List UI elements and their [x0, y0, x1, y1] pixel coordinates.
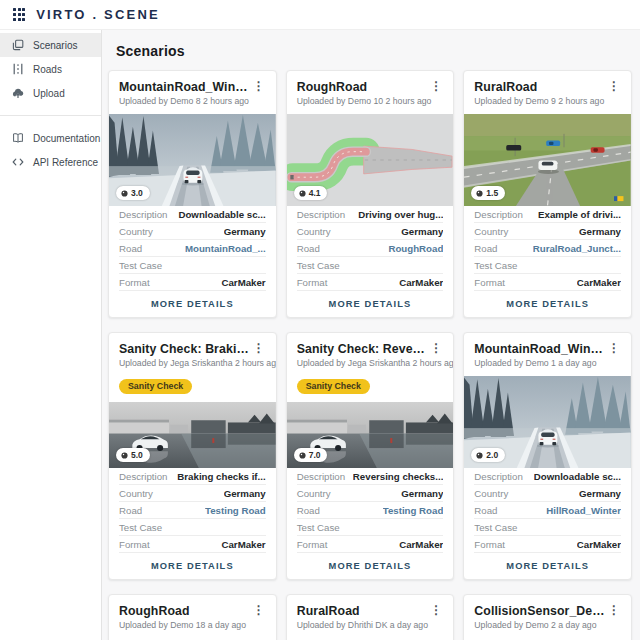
more-details-button[interactable]: MORE DETAILS	[109, 553, 276, 579]
field-label: Country	[297, 488, 331, 499]
brand-logo[interactable]: VIRTO . SCENE	[36, 7, 160, 22]
card-fields: Description Driving over hug... Country …	[287, 206, 454, 291]
version-badge-value: 4.1	[309, 188, 321, 198]
chip-row: Sanity Check	[287, 368, 454, 394]
scenario-card: RoughRoad ⋮ Uploaded by Demo 18 a day ag…	[108, 594, 277, 640]
field-label: Test Case	[474, 522, 517, 533]
field-value: CarMaker	[399, 539, 443, 550]
card-field-row: Road Testing Road	[119, 502, 266, 519]
more-options-icon[interactable]: ⋮	[250, 342, 268, 354]
card-fields: Description Example of drivi... Country …	[464, 206, 631, 291]
field-label: Country	[474, 488, 508, 499]
sidebar-item-api-reference[interactable]: API Reference	[0, 150, 101, 174]
field-label: Country	[119, 488, 153, 499]
card-uploaded: Uploaded by Demo 18 a day ago	[109, 618, 276, 630]
field-value[interactable]: RoughRoad	[388, 243, 443, 254]
card-field-row: Description Braking checks if...	[119, 468, 266, 485]
field-value: CarMaker	[577, 539, 621, 550]
sidebar-item-roads[interactable]: Roads	[0, 57, 101, 81]
more-details-button[interactable]: MORE DETAILS	[287, 291, 454, 317]
card-field-row: Country Germany	[474, 223, 621, 240]
version-tag-icon	[121, 190, 128, 197]
more-options-icon[interactable]: ⋮	[605, 342, 623, 354]
field-label: Road	[297, 505, 320, 516]
apps-grid-icon[interactable]	[13, 8, 25, 20]
version-badge-value: 7.0	[309, 450, 321, 460]
field-label: Road	[119, 243, 142, 254]
field-value: Germany	[224, 226, 266, 237]
page-title: Scenarios	[116, 43, 632, 59]
field-value: CarMaker	[399, 277, 443, 288]
sidebar-primary-group: Scenarios Roads Upload	[0, 33, 101, 105]
field-label: Description	[474, 209, 522, 220]
more-options-icon[interactable]: ⋮	[250, 604, 268, 616]
sidebar-divider	[0, 115, 101, 116]
field-value: Example of drivi...	[538, 209, 621, 220]
more-details-button[interactable]: MORE DETAILS	[464, 553, 631, 579]
field-label: Country	[474, 226, 508, 237]
more-options-icon[interactable]: ⋮	[605, 604, 623, 616]
card-fields: Description Downloadable sc... Country G…	[109, 206, 276, 291]
more-options-icon[interactable]: ⋮	[427, 342, 445, 354]
card-field-row: Test Case	[297, 519, 444, 536]
version-badge: 1.5	[471, 186, 505, 200]
more-options-icon[interactable]: ⋮	[605, 80, 623, 92]
scenario-card: MountainRoad_Winter ⋮ Uploaded by Demo 1…	[463, 332, 632, 580]
more-options-icon[interactable]: ⋮	[427, 604, 445, 616]
sidebar-secondary-group: Documentation API Reference	[0, 126, 101, 174]
field-value[interactable]: MountainRoad_...	[185, 243, 266, 254]
field-value[interactable]: RuralRoad_Junct...	[533, 243, 621, 254]
version-tag-icon	[299, 452, 306, 459]
field-label: Test Case	[119, 522, 162, 533]
field-label: Description	[119, 471, 167, 482]
version-badge-value: 2.0	[486, 450, 498, 460]
card-title: MountainRoad_Winter	[119, 80, 250, 94]
card-field-row: Description Example of drivi...	[474, 206, 621, 223]
version-tag-icon	[476, 190, 483, 197]
field-label: Description	[297, 209, 345, 220]
field-label: Test Case	[297, 522, 340, 533]
more-options-icon[interactable]: ⋮	[250, 80, 268, 92]
field-value[interactable]: HillRoad_Winter	[546, 505, 621, 516]
card-field-row: Description Downloadable sc...	[474, 468, 621, 485]
field-value: Germany	[579, 488, 621, 499]
card-uploaded: Uploaded by Demo 9 2 hours ago	[464, 94, 631, 106]
sidebar: Scenarios Roads Upload Documentation API…	[0, 30, 102, 640]
field-value[interactable]: Testing Road	[383, 505, 444, 516]
card-image: 2.0	[464, 376, 631, 468]
card-title: CollisionSensor_DetectCont...	[474, 604, 605, 618]
card-image: 7.0	[287, 402, 454, 469]
card-field-row: Format CarMaker	[297, 536, 444, 553]
card-title: Sanity Check: Braking	[119, 342, 250, 356]
field-label: Description	[297, 471, 345, 482]
more-details-button[interactable]: MORE DETAILS	[287, 553, 454, 579]
more-details-button[interactable]: MORE DETAILS	[109, 291, 276, 317]
main-content: Scenarios MountainRoad_Winter ⋮ Uploaded…	[102, 30, 640, 640]
scenario-card: MountainRoad_Winter ⋮ Uploaded by Demo 8…	[108, 70, 277, 318]
card-field-row: Country Germany	[297, 223, 444, 240]
scenario-grid: MountainRoad_Winter ⋮ Uploaded by Demo 8…	[108, 70, 632, 640]
version-badge-value: 1.5	[486, 188, 498, 198]
scenario-card: CollisionSensor_DetectCont... ⋮ Uploaded…	[463, 594, 632, 640]
more-details-button[interactable]: MORE DETAILS	[464, 291, 631, 317]
scenario-card: RuralRoad ⋮ Uploaded by Demo 9 2 hours a…	[463, 70, 632, 318]
field-label: Road	[474, 505, 497, 516]
card-image: 5.0	[109, 402, 276, 469]
sidebar-item-label: Roads	[33, 64, 62, 75]
card-title: MountainRoad_Winter	[474, 342, 605, 356]
card-field-row: Test Case	[474, 519, 621, 536]
sidebar-item-label: Upload	[33, 88, 65, 99]
card-image: 1.5	[464, 114, 631, 206]
field-label: Country	[119, 226, 153, 237]
card-uploaded: Uploaded by Jega Sriskantha 2 hours ago	[287, 356, 454, 368]
version-tag-icon	[299, 190, 306, 197]
card-uploaded: Uploaded by Demo 8 2 hours ago	[109, 94, 276, 106]
field-label: Road	[474, 243, 497, 254]
field-value[interactable]: Testing Road	[205, 505, 266, 516]
card-uploaded: Uploaded by Demo 10 2 hours ago	[287, 94, 454, 106]
more-options-icon[interactable]: ⋮	[427, 80, 445, 92]
sidebar-item-upload[interactable]: Upload	[0, 81, 101, 105]
sidebar-item-scenarios[interactable]: Scenarios	[0, 33, 101, 57]
sidebar-item-documentation[interactable]: Documentation	[0, 126, 101, 150]
version-badge: 2.0	[471, 448, 505, 462]
